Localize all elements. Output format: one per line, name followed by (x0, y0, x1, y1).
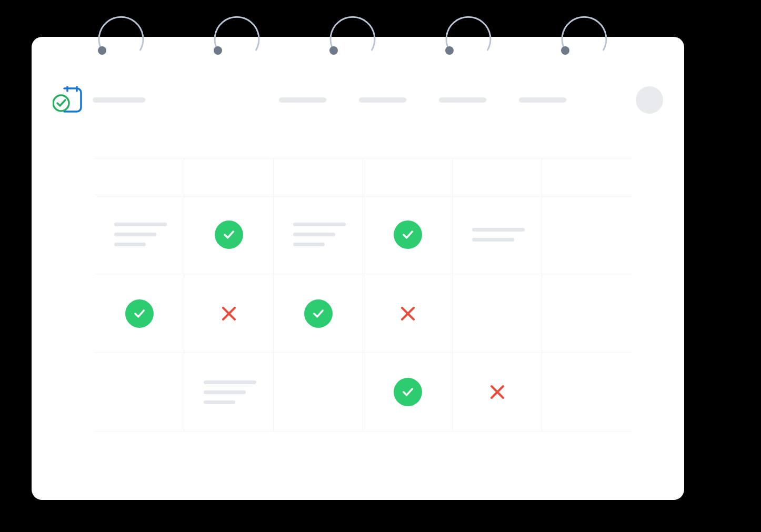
grid-cell[interactable] (542, 274, 632, 353)
nav-item-placeholder[interactable] (279, 97, 326, 103)
grid-cell[interactable] (453, 353, 542, 431)
grid-cell[interactable] (95, 195, 184, 274)
spiral-ring (321, 5, 384, 68)
text-lines-placeholder (204, 380, 256, 404)
grid-header-cell (453, 158, 542, 195)
grid-header-cell (95, 158, 184, 195)
svg-point-0 (98, 46, 106, 55)
grid-cell[interactable] (95, 353, 184, 431)
cross-icon (399, 305, 417, 323)
text-lines-placeholder (293, 223, 346, 246)
grid-cell[interactable] (274, 195, 363, 274)
cross-icon (220, 305, 238, 323)
text-lines-placeholder (114, 223, 167, 246)
avatar[interactable] (636, 86, 663, 114)
svg-point-3 (445, 46, 454, 55)
grid-cell[interactable] (363, 274, 453, 353)
grid-cell[interactable] (363, 195, 453, 274)
svg-point-2 (329, 46, 338, 55)
grid-header-cell (542, 158, 632, 195)
cross-icon (488, 383, 506, 401)
spiral-ring (437, 5, 500, 68)
check-icon (394, 378, 422, 406)
nav-item-placeholder[interactable] (439, 97, 486, 103)
logo-area (53, 86, 145, 114)
spiral-ring (205, 5, 268, 68)
grid-cell[interactable] (184, 353, 274, 431)
grid-row (95, 195, 632, 274)
grid-row (95, 353, 632, 431)
grid-cell[interactable] (363, 353, 453, 431)
notepad-card (32, 37, 684, 500)
grid-cell[interactable] (542, 195, 632, 274)
grid-header-row (95, 158, 632, 195)
spiral-ring (553, 5, 616, 68)
grid-cell[interactable] (184, 274, 274, 353)
nav-links (279, 86, 663, 114)
grid-cell[interactable] (274, 353, 363, 431)
text-lines-placeholder (472, 228, 525, 242)
svg-point-4 (561, 46, 569, 55)
grid-cell[interactable] (542, 353, 632, 431)
check-icon (125, 299, 154, 328)
grid-row (95, 274, 632, 353)
check-icon (215, 220, 243, 249)
svg-point-1 (214, 46, 222, 55)
grid-cell[interactable] (453, 195, 542, 274)
calendar-check-icon (53, 86, 83, 114)
calendar-grid (95, 158, 632, 431)
app-header (53, 84, 663, 116)
svg-point-7 (53, 95, 69, 111)
nav-item-placeholder[interactable] (519, 97, 566, 103)
grid-header-cell (363, 158, 453, 195)
grid-header-cell (184, 158, 274, 195)
check-icon (394, 220, 422, 249)
logo-text-placeholder (93, 97, 145, 103)
grid-cell[interactable] (274, 274, 363, 353)
grid-cell[interactable] (184, 195, 274, 274)
grid-cell[interactable] (95, 274, 184, 353)
grid-cell[interactable] (453, 274, 542, 353)
grid-header-cell (274, 158, 363, 195)
check-icon (304, 299, 333, 328)
spiral-ring (89, 5, 153, 68)
nav-item-placeholder[interactable] (359, 97, 406, 103)
